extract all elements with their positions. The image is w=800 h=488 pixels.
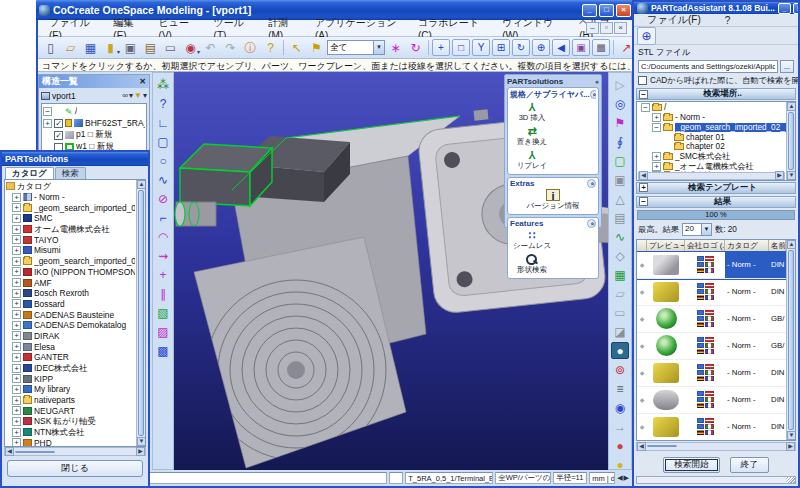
catalog-item[interactable]: + My library [6, 384, 135, 395]
resize-grip[interactable] [786, 477, 795, 484]
sweep-icon[interactable]: ◪ [611, 323, 629, 340]
catalog-item[interactable]: + SMC [6, 213, 135, 224]
catalog-item[interactable]: + TAIYO [6, 234, 135, 245]
cadenas-logo-icon[interactable]: ⊕ [637, 27, 656, 45]
structure-panel-header[interactable]: 構造一覧 ✕ [39, 75, 149, 88]
catalog-item[interactable]: + IKO (NIPPON THOMPSON CO.,LTD) [6, 267, 135, 278]
trim-tool-icon[interactable]: ⇝ [154, 247, 172, 264]
expander-icon[interactable]: + [12, 267, 21, 276]
spline-tool-icon[interactable]: ∿ [154, 171, 172, 188]
expander-icon[interactable]: + [12, 193, 21, 202]
expander-icon[interactable]: + [12, 203, 21, 212]
face-icon[interactable]: ▱ [611, 285, 629, 302]
camera-icon[interactable]: ▣ [572, 39, 590, 56]
exit-button[interactable]: 終了 [730, 457, 769, 473]
ellipse-tool-icon[interactable]: ⊘ [154, 190, 172, 207]
replace-button[interactable]: ⇄置き換え [510, 124, 554, 148]
redo-icon[interactable]: ↷ [221, 39, 240, 57]
mdi-close-button[interactable]: × [614, 22, 627, 34]
undo-icon[interactable]: ↶ [201, 39, 220, 57]
expander-icon[interactable]: + [12, 428, 21, 437]
chevron-down-icon[interactable]: ▼ [701, 224, 711, 235]
group-search-location[interactable]: − 検索場所.. [636, 88, 796, 100]
shape-search-button[interactable]: 形状検索 [510, 252, 554, 276]
search-tree-item[interactable]: chapter 01 [639, 132, 785, 142]
collapse-ch evron-icon[interactable]: « [590, 90, 596, 99]
arc-tool-icon[interactable]: ◠ [154, 228, 172, 245]
close-icon[interactable]: ✕ [139, 77, 146, 86]
play-icon[interactable]: ▷ [611, 76, 629, 93]
search-tree-item[interactable]: − _geom_search_imported_02_ [639, 122, 785, 132]
extrude-icon[interactable]: ▤ [611, 209, 629, 226]
catalog-item[interactable]: + - Norm - [6, 192, 135, 203]
group-search-template[interactable]: + 検索テンプレート [636, 182, 796, 194]
DIN[interactable]: ◆ - Norm - DIN [637, 360, 786, 387]
stl-path-input[interactable] [638, 60, 778, 73]
rotate-view-icon[interactable]: ↻ [512, 39, 530, 56]
paste-icon[interactable]: ▤ [141, 39, 160, 57]
minimize-button[interactable]: _ [778, 3, 791, 14]
col-name[interactable]: 名前 [769, 240, 786, 251]
face-alt-icon[interactable]: ▭ [611, 304, 629, 321]
search-tree-item[interactable]: + - Norm - [639, 113, 785, 123]
expander-icon[interactable]: − [43, 107, 52, 116]
catalog-hscrollbar[interactable]: ◀ ▶ [4, 447, 146, 456]
expander-icon[interactable]: − [652, 123, 661, 132]
expander-icon[interactable]: + [652, 152, 661, 161]
flag-icon[interactable]: ⚑ [611, 114, 629, 131]
DIN[interactable]: ◆ - Norm - DIN [637, 252, 786, 279]
balls-icon[interactable]: ● [611, 437, 629, 454]
assembly-tree-icon[interactable]: ⁂ [154, 76, 172, 93]
expander-icon[interactable]: + [12, 321, 21, 330]
expander-icon[interactable]: + [12, 331, 21, 340]
insert-3d-button[interactable]: Y3D 挿入 [510, 100, 554, 124]
selection-filter-combo[interactable]: 全て ▼ [327, 40, 385, 55]
expander-icon[interactable]: + [12, 353, 21, 362]
pan-icon[interactable]: ⊞ [492, 39, 510, 56]
expander-icon[interactable]: + [12, 278, 21, 287]
max-results-select[interactable]: 20 ▼ [682, 223, 712, 236]
chevron-down-icon[interactable]: ▼ [373, 41, 384, 54]
filter-icon[interactable]: ▼ [134, 91, 142, 100]
collapse-chevron-icon[interactable]: « [587, 219, 596, 228]
catalog-item[interactable]: + nativeparts [6, 395, 135, 406]
tab-catalog[interactable]: カタログ [5, 167, 54, 179]
expander-icon[interactable]: + [652, 113, 661, 122]
print-icon[interactable]: ▭ [161, 39, 180, 57]
menu-item[interactable]: ? [718, 14, 738, 27]
catalog-item[interactable]: + CADENAS Demokatalog [6, 320, 135, 331]
status-nav-arrows[interactable]: ◀▶ [617, 474, 630, 482]
chevron-down-icon[interactable]: ▾ [143, 91, 147, 100]
expander-icon[interactable]: + [12, 406, 21, 415]
expander-icon[interactable]: + [12, 396, 21, 405]
expander-icon[interactable]: − [641, 103, 650, 112]
expander-icon[interactable]: + [12, 257, 21, 266]
new-icon[interactable]: ▯ [41, 39, 60, 57]
modify-icon[interactable]: ∗ [386, 39, 405, 57]
collapse-chevron-icon[interactable]: « [587, 179, 596, 188]
expand-icon[interactable]: + [639, 183, 648, 192]
tab-search[interactable]: 検索 [55, 167, 86, 179]
maximize-button[interactable]: □ [793, 3, 798, 14]
col-preview[interactable]: プレビュー.. [647, 240, 685, 251]
catalog-item[interactable]: + Elesa [6, 341, 135, 352]
catalog-item[interactable]: + DIRAK [6, 331, 135, 342]
copy-icon[interactable]: ▣ [121, 39, 140, 57]
catalog-item[interactable]: + _geom_search_imported_01_ [6, 256, 135, 267]
box-3d-alt-icon[interactable]: ▨ [154, 323, 172, 340]
open-icon[interactable]: ▱ [61, 39, 80, 57]
mdi-minimize-button[interactable]: – [586, 22, 599, 34]
catalog-item[interactable]: + Bossard [6, 299, 135, 310]
catalog-item[interactable]: + NEUGART [6, 405, 135, 416]
point-tool-icon[interactable]: + [154, 266, 172, 283]
spline-query-icon[interactable]: ? [154, 95, 172, 112]
structure-tree-item[interactable]: + BHF62ST_5RA_0 [43, 117, 145, 129]
list-icon[interactable]: ≡ [611, 380, 629, 397]
stamp-icon[interactable]: ◉ [181, 39, 200, 57]
expander-icon[interactable]: + [12, 246, 21, 255]
catalog-titlebar[interactable]: PARTsolutions [2, 152, 148, 166]
expander-icon[interactable]: + [12, 385, 21, 394]
search-start-button[interactable]: 検索開始 [663, 457, 719, 473]
tree-vscrollbar[interactable]: ▲▼ [786, 102, 795, 179]
wave-icon[interactable]: ∿ [611, 228, 629, 245]
